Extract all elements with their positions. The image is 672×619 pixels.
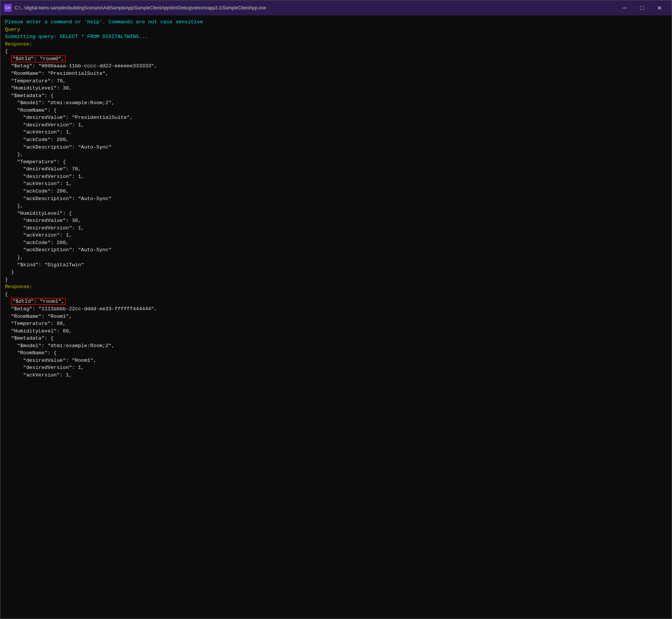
- room1-etag-line: "$etag": "1111bbbb-22cc-dddd-ee33-ffffff…: [5, 305, 667, 313]
- room0-humidity-line: "HumidityLevel": 30,: [5, 85, 667, 92]
- room1-rn-open: "RoomName": {: [5, 349, 667, 357]
- open-brace-1: {: [5, 48, 667, 55]
- room0-temp-close: },: [5, 202, 667, 210]
- room0-rn-dver: "desiredVersion": 1,: [5, 121, 667, 129]
- room0-hum-ackdesc: "ackDescription": "Auto-Sync": [5, 246, 667, 254]
- room0-rn-ackcode: "ackCode": 200,: [5, 136, 667, 144]
- submitting-line: Submitting query: SELECT * FROM DIGITALT…: [5, 33, 667, 41]
- room0-rn-dv: "desiredValue": "PresidentialSuite",: [5, 114, 667, 121]
- room0-rn-ackdesc: "ackDescription": "Auto-Sync": [5, 144, 667, 151]
- console-area: Please enter a command or 'help'. Comman…: [0, 15, 672, 619]
- room0-etag-line: "$etag": "0000aaaa-11bb-cccc-dd22-eeeeee…: [5, 62, 667, 70]
- room1-metadata-open: "$metadata": {: [5, 335, 667, 342]
- room0-metadata-open: "$metadata": {: [5, 92, 667, 100]
- room0-temp-ackver: "ackVersion": 1,: [5, 180, 667, 188]
- minimize-button[interactable]: ─: [616, 0, 633, 15]
- room0-temp-dver: "desiredVersion": 1,: [5, 173, 667, 181]
- room1-humidity-line: "HumidityLevel": 60,: [5, 328, 667, 335]
- title-bar-left: C# C:\...\digital-twins-samples\building…: [4, 4, 266, 12]
- room1-roomname-line: "RoomName": "Room1",: [5, 313, 667, 320]
- room1-rn-dver: "desiredVersion": 1,: [5, 364, 667, 372]
- room0-kind: "$kind": "DigitalTwin": [5, 261, 667, 269]
- window-title: C:\...\digital-twins-samples\buildingSce…: [15, 5, 266, 11]
- room1-dtid-line: "$dtId": "room1",: [5, 298, 667, 305]
- room0-temperature-line: "Temperature": 70,: [5, 77, 667, 85]
- room0-hum-dver: "desiredVersion": 1,: [5, 225, 667, 232]
- room0-hum-close: },: [5, 254, 667, 261]
- room0-rn-ackver: "ackVersion": 1,: [5, 129, 667, 136]
- room0-hum-open: "HumidityLevel": {: [5, 210, 667, 217]
- room0-rn-open: "RoomName": {: [5, 107, 667, 114]
- window-controls: ─ □ ✕: [616, 0, 668, 15]
- room0-temp-dv: "desiredValue": 70,: [5, 165, 667, 173]
- response-label-2: Response:: [5, 283, 667, 291]
- room0-meta-close: }: [5, 269, 667, 276]
- room0-dtid-highlighted: "$dtId": "room0",: [11, 55, 66, 62]
- response-label-1: Response:: [5, 41, 667, 48]
- room0-temp-ackdesc: "ackDescription": "Auto-Sync": [5, 195, 667, 203]
- room0-hum-ackcode: "ackCode": 200,: [5, 239, 667, 247]
- open-brace-2: {: [5, 291, 667, 298]
- main-window: C# C:\...\digital-twins-samples\building…: [0, 0, 672, 619]
- app-icon: C#: [4, 4, 12, 12]
- room0-obj-close: }: [5, 276, 667, 284]
- room1-temperature-line: "Temperature": 80,: [5, 320, 667, 328]
- room0-roomname-line: "RoomName": "PresidentialSuite",: [5, 70, 667, 77]
- room1-dtid-highlighted: "$dtId": "room1",: [11, 298, 66, 305]
- query-label: Query: [5, 26, 667, 33]
- room0-model-line: "$model": "dtmi:example:Room;2",: [5, 99, 667, 107]
- room1-rn-ackver: "ackVersion": 1,: [5, 372, 667, 379]
- maximize-button[interactable]: □: [633, 0, 651, 15]
- intro-line: Please enter a command or 'help'. Comman…: [5, 18, 667, 26]
- close-button[interactable]: ✕: [651, 0, 668, 15]
- room0-rn-close: },: [5, 151, 667, 158]
- room1-model-line: "$model": "dtmi:example:Room;2",: [5, 342, 667, 350]
- room0-hum-ackver: "ackVersion": 1,: [5, 232, 667, 239]
- title-bar: C# C:\...\digital-twins-samples\building…: [0, 0, 672, 15]
- room0-hum-dv: "desiredValue": 30,: [5, 217, 667, 225]
- room0-dtid-line: "$dtId": "room0",: [5, 55, 667, 63]
- room0-temp-ackcode: "ackCode": 200,: [5, 188, 667, 195]
- room0-temp-open: "Temperature": {: [5, 158, 667, 166]
- room1-rn-dv: "desiredValue": "Room1",: [5, 357, 667, 364]
